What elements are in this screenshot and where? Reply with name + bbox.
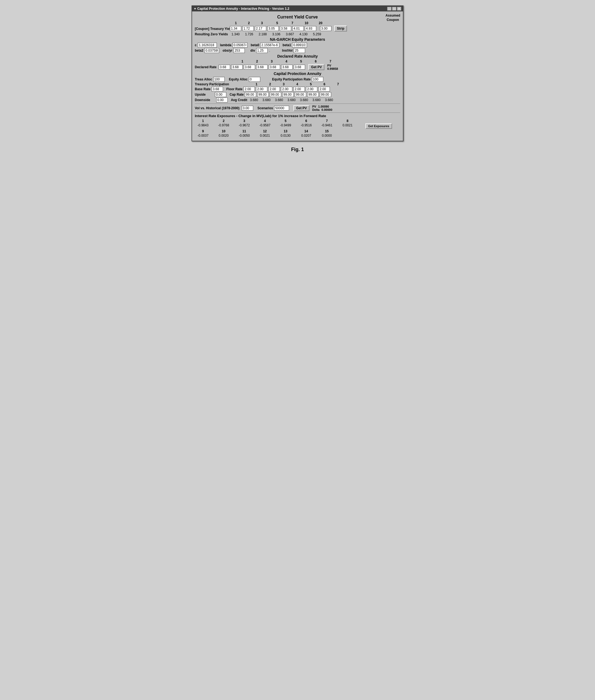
cap-2[interactable] bbox=[257, 92, 269, 97]
cap-rate-label: Cap Rate bbox=[230, 93, 244, 96]
exp-v9: -0.0037 bbox=[195, 134, 211, 138]
div-label: div bbox=[250, 49, 255, 52]
exp-v2: -0.9768 bbox=[216, 123, 232, 129]
avg-credit-6: 3.680 bbox=[311, 98, 322, 102]
obsyr-label: obs/yr bbox=[223, 49, 232, 52]
exposures-section: Interest Rate Exposures - Change in MV(L… bbox=[195, 114, 400, 138]
yc-input-20[interactable] bbox=[305, 26, 316, 31]
na-garch-section: NA-GARCH Equity Parameters c lambda beta… bbox=[195, 37, 400, 53]
div-input[interactable] bbox=[256, 48, 267, 53]
exposures-title: Interest Rate Exposures - Change in MV(L… bbox=[195, 114, 400, 118]
tp-header-row: Treasury Participation 1 2 3 4 5 6 7 bbox=[195, 82, 400, 86]
upside-cap-row: Upside Cap Rate bbox=[195, 92, 400, 97]
cap-3[interactable] bbox=[270, 92, 281, 97]
yc-input-5[interactable] bbox=[267, 26, 279, 31]
exp-v3: -0.9672 bbox=[236, 123, 252, 129]
beta1-input[interactable] bbox=[292, 43, 307, 48]
floor-3[interactable] bbox=[268, 87, 280, 91]
upside-input[interactable] bbox=[215, 92, 226, 97]
assumed-coupon-label: Assumed Coupon bbox=[386, 13, 400, 22]
base-rate-input[interactable] bbox=[211, 87, 223, 91]
close-button[interactable]: X bbox=[397, 7, 401, 10]
zero-1: 1.340 bbox=[230, 32, 241, 36]
exp-h8: 8 bbox=[339, 119, 356, 123]
treasury-participation-label: Treasury Participation bbox=[195, 82, 222, 86]
zero-3: 2.188 bbox=[257, 32, 268, 36]
floor-rate-label: Floor Rate bbox=[226, 87, 242, 91]
resulting-zero-label: Resulting Zero Yields bbox=[195, 32, 229, 36]
downside-label: Downside bbox=[195, 98, 210, 102]
instvol-input[interactable] bbox=[294, 48, 305, 53]
avg-credit-1: 3.680 bbox=[248, 98, 260, 102]
scenarios-input[interactable] bbox=[274, 106, 289, 111]
floor-7[interactable] bbox=[318, 87, 330, 91]
dr-6[interactable] bbox=[294, 65, 305, 69]
downside-input[interactable] bbox=[216, 97, 228, 103]
equity-part-input[interactable] bbox=[312, 77, 323, 82]
dr-5[interactable] bbox=[281, 65, 293, 69]
yc-input-3[interactable] bbox=[255, 26, 266, 31]
cp-pv-value: 1.00090 bbox=[318, 105, 329, 108]
cp-get-pv-button[interactable]: Get PV bbox=[293, 105, 309, 111]
scenarios-label: Scenarios bbox=[258, 106, 273, 110]
yc-input-10[interactable] bbox=[292, 26, 304, 31]
cp-pv-row: PV 1.00090 bbox=[312, 105, 332, 108]
exp-h14: 14 bbox=[298, 129, 314, 133]
yc-input-2[interactable] bbox=[242, 26, 254, 31]
yield-curve-title: Current Yield Curve bbox=[277, 15, 318, 20]
yield-curve-col-headers: 1 2 3 5 7 10 20 bbox=[230, 21, 400, 25]
avg-credit-4: 3.680 bbox=[286, 98, 297, 102]
cap-7[interactable] bbox=[320, 92, 331, 97]
beta0-input[interactable] bbox=[260, 43, 279, 48]
dr-1[interactable] bbox=[231, 65, 243, 69]
floor-1[interactable] bbox=[244, 87, 255, 91]
equity-alloc-input[interactable] bbox=[249, 77, 260, 82]
obsyr-input[interactable] bbox=[233, 48, 245, 53]
exp-h5: 5 bbox=[277, 119, 294, 123]
declared-rate-section: Declared Rate Annuity 1 2 3 4 5 6 7 Decl… bbox=[195, 54, 400, 71]
dr-pv-box: PV 0.99858 bbox=[327, 64, 338, 71]
cap-5[interactable] bbox=[295, 92, 306, 97]
assumed-coupon-input[interactable] bbox=[320, 26, 332, 31]
minimize-button[interactable]: _ bbox=[387, 7, 392, 10]
zero-10: 4.130 bbox=[298, 32, 309, 36]
exp-h11: 11 bbox=[236, 129, 252, 133]
cap-1[interactable] bbox=[245, 92, 256, 97]
dr-get-pv-button[interactable]: Get PV bbox=[308, 64, 324, 70]
exp-h1: 1 bbox=[195, 119, 211, 123]
beta2-input[interactable] bbox=[204, 48, 219, 53]
lambda-input[interactable] bbox=[232, 43, 248, 48]
floor-6[interactable] bbox=[306, 87, 317, 91]
treas-alloc-input[interactable] bbox=[213, 77, 225, 82]
dr-base[interactable] bbox=[219, 65, 230, 69]
dr-3[interactable] bbox=[256, 65, 267, 69]
cp-delta-value: 0.00000 bbox=[321, 108, 332, 111]
exp-h3: 3 bbox=[236, 119, 252, 123]
declared-rate-label: Declared Rate bbox=[195, 65, 217, 69]
cap-4[interactable] bbox=[282, 92, 294, 97]
floor-4[interactable] bbox=[281, 87, 292, 91]
strip-button[interactable]: Strip bbox=[334, 26, 347, 31]
exp-h6: 6 bbox=[298, 119, 314, 123]
avg-credit-3: 3.680 bbox=[273, 98, 285, 102]
yc-input-1[interactable] bbox=[230, 26, 241, 31]
cap-6[interactable] bbox=[307, 92, 319, 97]
c-input[interactable] bbox=[198, 43, 217, 48]
yc-input-7[interactable] bbox=[280, 26, 291, 31]
get-exposures-button[interactable]: Get Exposures bbox=[365, 123, 392, 129]
exp-v6: -0.9516 bbox=[298, 123, 314, 129]
floor-2[interactable] bbox=[256, 87, 267, 91]
yc-col-7: 7 bbox=[287, 21, 298, 25]
base-floor-row: Base Rate Floor Rate bbox=[195, 87, 400, 91]
dr-4[interactable] bbox=[269, 65, 280, 69]
vol-label: Vol vs. Historical (1978-2000) bbox=[195, 106, 239, 110]
zero-20: 5.259 bbox=[311, 32, 323, 36]
base-rate-label: Base Rate bbox=[195, 87, 210, 91]
floor-5[interactable] bbox=[293, 87, 305, 91]
equity-part-label: Equity Participation Rate bbox=[272, 78, 311, 81]
cp-delta-row: Delta 0.00000 bbox=[312, 108, 332, 111]
vol-input[interactable] bbox=[242, 106, 253, 111]
downside-avgcredit-row: Downside Avg Credit 3.680 3.680 3.680 3.… bbox=[195, 97, 400, 103]
maximize-button[interactable]: □ bbox=[392, 7, 396, 10]
dr-2[interactable] bbox=[244, 65, 255, 69]
